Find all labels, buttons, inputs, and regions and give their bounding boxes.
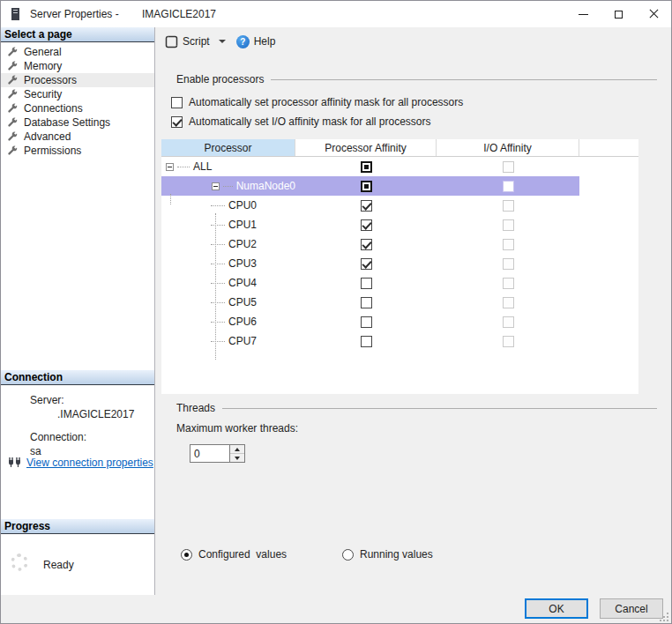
server-label: Server: [30, 394, 149, 406]
processor-affinity-checkbox[interactable] [361, 161, 372, 173]
io-affinity-checkbox [503, 336, 514, 347]
connection-label: Connection: [30, 431, 149, 443]
script-button[interactable]: Script [161, 33, 213, 51]
processor-affinity-checkbox[interactable] [361, 297, 372, 308]
grid-row[interactable]: NumaNode0 [161, 176, 579, 196]
processor-affinity-checkbox[interactable] [361, 316, 372, 328]
wrench-icon [7, 103, 19, 115]
running-values-radio[interactable] [342, 549, 354, 561]
titlebar[interactable]: Server Properties - IMAGICLE2017 [1, 1, 671, 27]
window-title: Server Properties - [30, 8, 119, 20]
sidebar-page-label: Connections [24, 102, 83, 115]
processor-name: CPU6 [228, 316, 257, 328]
tree-connector [211, 225, 225, 226]
tree-expander-icon[interactable] [166, 163, 174, 171]
stepper-down-button[interactable] [230, 454, 244, 462]
grid-row[interactable]: CPU5 [161, 293, 579, 312]
view-connection-properties-link[interactable]: View connection properties [26, 457, 153, 469]
grid-row[interactable]: CPU1 [161, 215, 579, 234]
script-dropdown-icon[interactable] [219, 40, 226, 43]
close-icon [648, 9, 659, 19]
io-affinity-checkbox [503, 239, 514, 250]
sidebar-page-item[interactable]: Security [1, 87, 154, 101]
close-button[interactable] [636, 1, 671, 27]
sidebar-page-label: Permissions [24, 145, 81, 157]
sidebar-page-label: Processors [24, 74, 77, 86]
sidebar-page-item[interactable]: General [1, 45, 154, 59]
server-properties-dialog: Server Properties - IMAGICLE2017 Select … [0, 0, 672, 624]
io-affinity-checkbox [503, 219, 514, 231]
auto-processor-affinity-label: Automatically set processor affinity mas… [189, 96, 463, 108]
main-panel: Script ? Help Enable processors Automati… [155, 27, 671, 595]
ok-button[interactable]: OK [525, 598, 588, 619]
processor-affinity-checkbox[interactable] [361, 336, 372, 347]
arrow-down-icon [235, 457, 240, 460]
enable-processors-group-label: Enable processors [176, 73, 264, 85]
grid-row[interactable]: CPU6 [161, 312, 579, 331]
minimize-button[interactable] [565, 1, 601, 27]
configured-values-radio-row[interactable]: Configured values [181, 548, 287, 561]
grid-header: Processor Processor Affinity I/O Affinit… [161, 139, 638, 157]
maximize-button[interactable] [601, 1, 636, 27]
cancel-button[interactable]: Cancel [600, 598, 663, 619]
connection-header: Connection [1, 370, 154, 385]
processor-name: CPU0 [228, 199, 257, 212]
sidebar-page-item[interactable]: Connections [1, 101, 154, 115]
auto-io-affinity-checkbox[interactable] [171, 116, 183, 128]
running-values-label: Running values [360, 548, 433, 561]
progress-section: Progress Ready [1, 519, 154, 605]
sidebar-page-item[interactable]: Processors [1, 73, 154, 87]
server-value: .IMAGICLE2017 [57, 408, 149, 420]
sidebar-page-item[interactable]: Memory [1, 59, 154, 73]
grid-row[interactable]: CPU3 [161, 254, 579, 273]
sidebar-page-label: Security [24, 88, 62, 100]
processors-grid: Processor Processor Affinity I/O Affinit… [161, 139, 638, 394]
processor-affinity-auto-row: Automatically set processor affinity mas… [171, 96, 463, 108]
progress-header: Progress [1, 519, 154, 534]
footer: OK Cancel [1, 595, 671, 623]
configured-values-label: Configured values [198, 548, 287, 561]
auto-processor-affinity-checkbox[interactable] [171, 97, 183, 108]
processor-affinity-checkbox[interactable] [361, 278, 372, 289]
column-header-processor[interactable]: Processor [161, 139, 295, 156]
tree-expander-icon[interactable] [212, 182, 220, 190]
sidebar-page-item[interactable]: Permissions [1, 144, 154, 158]
progress-status: Ready [43, 559, 74, 571]
sidebar-page-item[interactable]: Database Settings [1, 115, 154, 130]
grid-row[interactable]: CPU4 [161, 273, 579, 293]
tree-connector [223, 186, 233, 187]
grid-row[interactable]: ALL [161, 157, 579, 176]
column-header-processor-affinity[interactable]: Processor Affinity [295, 139, 437, 156]
sidebar-page-label: Advanced [24, 130, 71, 143]
grid-row[interactable]: CPU2 [161, 234, 579, 254]
sidebar-page-item[interactable]: Advanced [1, 130, 154, 144]
wrench-icon [7, 47, 19, 58]
tree-connector [211, 205, 225, 206]
processor-affinity-checkbox[interactable] [361, 181, 372, 192]
group-rule [271, 79, 657, 80]
script-label: Script [183, 35, 210, 48]
resize-grip[interactable] [660, 613, 668, 621]
grid-row[interactable]: CPU7 [161, 331, 579, 351]
configured-values-radio[interactable] [181, 549, 192, 561]
wrench-icon [7, 145, 19, 157]
column-header-io-affinity[interactable]: I/O Affinity [437, 139, 579, 156]
processor-affinity-checkbox[interactable] [361, 200, 372, 212]
processor-affinity-checkbox[interactable] [361, 258, 372, 270]
running-values-radio-row[interactable]: Running values [342, 548, 433, 561]
toolbar: Script ? Help [155, 27, 671, 56]
processor-affinity-checkbox[interactable] [361, 239, 372, 250]
io-affinity-checkbox [503, 200, 514, 212]
sidebar-page-label: Database Settings [24, 116, 110, 129]
io-affinity-checkbox [503, 258, 514, 270]
grid-row[interactable]: CPU0 [161, 196, 579, 215]
tree-guide [170, 194, 171, 204]
processor-affinity-checkbox[interactable] [361, 219, 372, 231]
wrench-icon [7, 61, 19, 72]
stepper-up-button[interactable] [230, 445, 244, 454]
io-affinity-checkbox [503, 161, 514, 173]
max-worker-threads-value[interactable]: 0 [190, 445, 229, 462]
minimize-icon [579, 14, 588, 15]
help-button[interactable]: ? Help [233, 33, 280, 51]
max-worker-threads-stepper[interactable]: 0 [190, 444, 245, 463]
